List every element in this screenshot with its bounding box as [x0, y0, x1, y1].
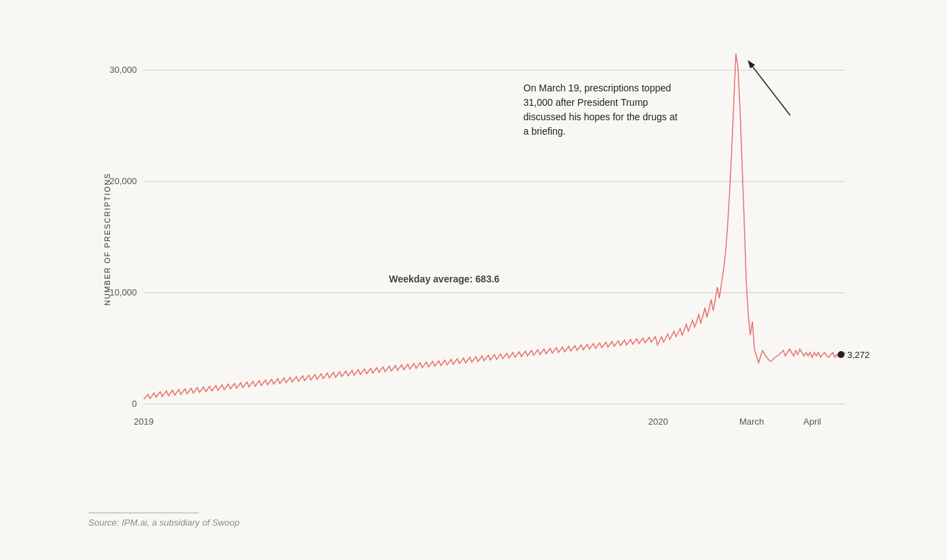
svg-text:30,000: 30,000 [109, 65, 137, 75]
source-citation: Source: IPM.ai, a subsidiary of Swoop [89, 513, 240, 528]
svg-text:0: 0 [131, 399, 136, 409]
chart-area: NUMBER OF PRESCRIPTIONS On March 19, pre… [89, 40, 880, 438]
chart-line [144, 54, 845, 399]
chart-container: NUMBER OF PRESCRIPTIONS On March 19, pre… [27, 19, 921, 541]
y-axis-label: NUMBER OF PRESCRIPTIONS [102, 172, 111, 305]
annotation-text: On March 19, prescriptions topped 31,000… [523, 82, 677, 137]
svg-text:2019: 2019 [133, 416, 153, 427]
source-text: Source: IPM.ai, a subsidiary of Swoop [89, 517, 240, 528]
weekday-avg-label: Weekday average: 683.6 [389, 273, 500, 284]
svg-text:3,272: 3,272 [847, 350, 870, 360]
chart-svg: 0 10,000 20,000 30,000 2019 2020 March A… [89, 40, 880, 438]
svg-text:March: March [739, 416, 763, 427]
end-point-dot [838, 351, 845, 358]
svg-text:10,000: 10,000 [109, 287, 137, 298]
svg-text:20,000: 20,000 [109, 176, 137, 186]
svg-text:2020: 2020 [648, 416, 668, 427]
annotation-box: On March 19, prescriptions topped 31,000… [523, 81, 682, 139]
svg-text:April: April [803, 416, 820, 427]
